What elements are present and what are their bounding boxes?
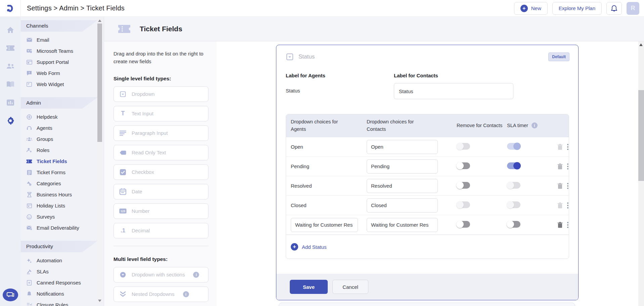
agent-choice-input[interactable] — [291, 218, 358, 232]
rail-analytics[interactable] — [0, 93, 21, 112]
sidebar-item-holiday-lists[interactable]: Holiday Lists — [21, 200, 104, 211]
new-button[interactable]: + New — [514, 2, 548, 15]
sidebar-scrollbar-thumb[interactable] — [97, 24, 102, 142]
sidebar-item-label: Ticket Fields — [37, 158, 67, 164]
info-icon[interactable]: i — [193, 272, 199, 278]
sidebar-scrollbar[interactable] — [97, 18, 102, 303]
sidebar-item-label: Canned Responses — [37, 280, 81, 285]
sidebar-item-ticket-forms[interactable]: Ticket Forms — [21, 167, 104, 178]
roles-icon — [26, 147, 32, 153]
sidebar-item-surveys[interactable]: Surveys — [21, 211, 104, 222]
contact-choice-input[interactable] — [367, 140, 438, 154]
sidebar-item-slas[interactable]: SLAs — [21, 266, 104, 277]
page-scrollbar-thumb[interactable] — [638, 90, 644, 181]
drag-handle[interactable] — [567, 222, 569, 228]
delete-status-icon[interactable] — [557, 144, 563, 150]
customers-icon — [6, 63, 15, 70]
sla-timer-toggle[interactable] — [507, 221, 520, 228]
explore-my-plan-button[interactable]: Explore My Plan — [552, 2, 602, 15]
add-status-label[interactable]: Add Status — [302, 244, 326, 250]
field-type-dropdown[interactable]: Dropdown — [113, 86, 209, 102]
column-header-contacts: Dropdown choices for Contacts — [367, 118, 425, 132]
sidebar-item-categories[interactable]: Categories — [21, 178, 104, 189]
rail-chat-widget[interactable] — [3, 289, 18, 301]
sla-info-icon[interactable]: i — [532, 122, 538, 128]
gear-icon — [6, 116, 15, 125]
field-type-number[interactable]: 123 Number — [113, 203, 209, 219]
remove-for-contacts-toggle[interactable] — [457, 143, 470, 150]
sidebar-item-helpdesk[interactable]: Helpdesk — [21, 111, 104, 122]
drag-handle[interactable] — [567, 202, 569, 208]
sidebar-item-canned-responses[interactable]: Canned Responses — [21, 277, 104, 288]
delete-status-icon[interactable] — [557, 183, 563, 189]
rail-customers[interactable] — [0, 57, 21, 75]
sidebar-item-email-deliverability[interactable]: Email Deliverability — [21, 222, 104, 233]
sla-timer-toggle[interactable] — [507, 162, 520, 169]
contact-choice-input[interactable] — [367, 218, 438, 232]
scroll-up-arrow-icon[interactable] — [639, 43, 643, 46]
notifications-button[interactable] — [606, 2, 622, 15]
contacts-label-input[interactable] — [394, 83, 513, 99]
field-type-dropdown-with-sections[interactable]: Dropdown with sections i — [113, 267, 209, 282]
contact-choice-input[interactable] — [367, 179, 438, 193]
sidebar-item-business-hours[interactable]: Business Hours — [21, 189, 104, 200]
sidebar-item-agents[interactable]: Agents — [21, 122, 104, 133]
sidebar-item-notifications[interactable]: Notifications — [21, 288, 104, 299]
sidebar-item-closure-rules[interactable]: Closure Rules — [21, 299, 104, 306]
sidebar-item-support-portal[interactable]: Support Portal — [21, 56, 104, 68]
status-row-resolved: Resolved — [286, 176, 569, 196]
drag-handle[interactable] — [567, 183, 569, 189]
sidebar-item-roles[interactable]: Roles — [21, 145, 104, 156]
delete-status-icon[interactable] — [557, 222, 563, 228]
sidebar-item-label: Support Portal — [37, 59, 69, 65]
save-button[interactable]: Save — [290, 280, 328, 294]
delete-status-icon[interactable] — [557, 202, 563, 208]
drag-handle[interactable] — [567, 163, 569, 169]
sidebar-item-label: Ticket Forms — [37, 169, 65, 175]
remove-for-contacts-toggle[interactable] — [457, 221, 470, 228]
sla-timer-toggle[interactable] — [507, 182, 520, 189]
rail-knowledge-base[interactable] — [0, 75, 21, 93]
sidebar-item-web-widget[interactable]: Web Widget — [21, 79, 104, 90]
rail-tickets[interactable] — [0, 39, 21, 57]
sla-timer-toggle[interactable] — [507, 143, 520, 150]
add-status[interactable]: + Add Status — [286, 235, 569, 259]
sidebar-item-email[interactable]: Email — [21, 34, 104, 45]
delete-status-icon[interactable] — [557, 163, 563, 169]
scroll-up-arrow-icon[interactable] — [98, 20, 101, 22]
rail-home[interactable] — [0, 21, 21, 39]
app-logo[interactable] — [0, 0, 21, 16]
sidebar-item-ticket-fields[interactable]: Ticket Fields — [21, 156, 104, 167]
contact-choice-input[interactable] — [367, 198, 438, 213]
sidebar-item-microsoft-teams[interactable]: Microsoft Teams — [21, 45, 104, 56]
cancel-button[interactable]: Cancel — [332, 280, 368, 294]
field-type-text-input[interactable]: T Text Input — [113, 106, 209, 121]
status-row-open: Open — [286, 137, 569, 157]
sidebar-item-label: Holiday Lists — [37, 203, 65, 208]
sla-timer-toggle[interactable] — [507, 201, 520, 208]
add-status-plus-icon[interactable]: + — [291, 243, 298, 251]
rail-settings[interactable] — [0, 112, 21, 130]
remove-for-contacts-toggle[interactable] — [457, 162, 470, 169]
info-icon[interactable]: i — [183, 291, 189, 297]
sidebar-item-label: Email — [37, 37, 49, 43]
field-type-decimal[interactable]: .1 Decimal — [113, 223, 209, 238]
automation-icon — [26, 258, 32, 264]
page-scrollbar[interactable] — [638, 41, 644, 306]
sidebar-item-groups[interactable]: Groups — [21, 133, 104, 145]
remove-for-contacts-toggle[interactable] — [457, 182, 470, 189]
sidebar-item-web-form[interactable]: Web Form — [21, 68, 104, 79]
field-type-read-only-text[interactable]: Read Only Text — [113, 145, 209, 160]
field-type-nested-dropdowns[interactable]: Nested Dropdowns i — [113, 286, 209, 302]
scroll-down-arrow-icon[interactable] — [98, 300, 101, 302]
user-avatar[interactable]: R — [627, 2, 639, 15]
field-type-paragraph-input[interactable]: Paragraph Input — [113, 125, 209, 141]
contact-choice-input[interactable] — [367, 159, 438, 174]
drag-handle[interactable] — [567, 144, 569, 150]
remove-for-contacts-toggle[interactable] — [457, 201, 470, 208]
field-type-checkbox[interactable]: Checkbox — [113, 164, 209, 180]
sidebar-item-automation[interactable]: Automation — [21, 255, 104, 266]
next-field-card-edge[interactable] — [279, 303, 575, 306]
field-type-date[interactable]: Date — [113, 184, 209, 199]
sidebar-item-label: Automation — [37, 258, 62, 263]
